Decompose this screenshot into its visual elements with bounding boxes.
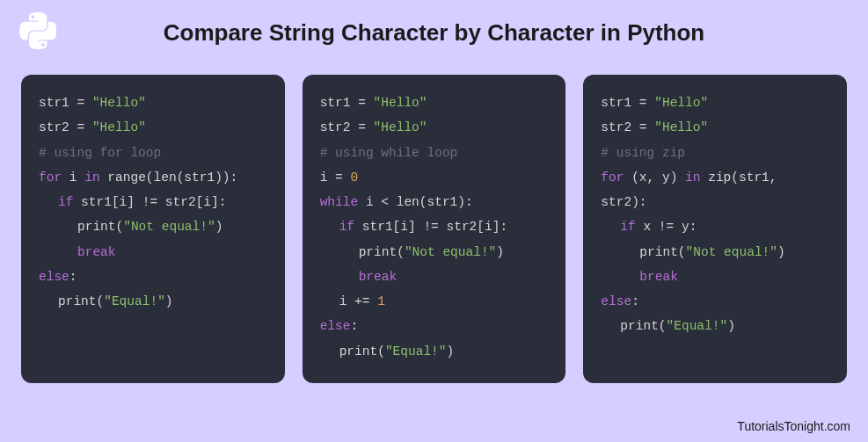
code-keyword: break: [359, 270, 398, 284]
code-text: ): [496, 245, 504, 259]
code-text: :: [69, 270, 77, 284]
code-text: str2 =: [39, 120, 92, 134]
code-text: print(: [639, 245, 685, 259]
code-keyword: else: [320, 319, 351, 333]
code-keyword: if: [339, 220, 354, 234]
python-logo-icon: [19, 12, 56, 53]
code-keyword: while: [320, 195, 359, 209]
code-string: "Equal!": [385, 344, 447, 359]
code-text: (x, y): [624, 170, 685, 185]
code-keyword: in: [685, 170, 700, 185]
code-text: print(: [359, 245, 405, 259]
code-keyword: if: [620, 220, 635, 234]
code-text: i: [62, 170, 84, 185]
code-text: str1 =: [320, 96, 374, 110]
code-comment: # using for loop: [39, 146, 161, 160]
code-number: 0: [350, 170, 358, 185]
code-text: print(: [58, 294, 104, 308]
code-text: range(len(str1)):: [100, 170, 238, 185]
code-string: "Hello": [92, 96, 146, 110]
code-string: "Hello": [654, 120, 708, 134]
code-keyword: for: [601, 170, 624, 185]
code-text: str1[i] != str2[i]:: [73, 195, 226, 209]
code-string: "Hello": [92, 120, 146, 134]
code-block-for-loop: str1 = "Hello" str2 = "Hello" # using fo…: [21, 75, 285, 383]
code-number: 1: [377, 294, 385, 308]
code-keyword: break: [77, 245, 116, 259]
code-string: "Equal!": [667, 319, 728, 333]
code-block-while-loop: str1 = "Hello" str2 = "Hello" # using wh…: [303, 75, 566, 383]
footer-attribution: TutorialsTonight.com: [737, 419, 850, 433]
code-string: "Equal!": [104, 294, 165, 308]
code-text: ): [447, 344, 455, 359]
code-text: i =: [320, 170, 351, 185]
code-string: "Not equal!": [686, 245, 777, 259]
code-text: print(: [620, 319, 666, 333]
code-text: str2 =: [320, 120, 374, 134]
code-text: :: [631, 294, 639, 308]
code-text: ): [215, 220, 223, 234]
code-text: str1[i] != str2[i]:: [354, 220, 507, 234]
page-title: Compare String Character by Character in…: [0, 0, 868, 47]
code-keyword: else: [601, 294, 631, 308]
code-string: "Hello": [374, 120, 427, 134]
code-text: str2):: [601, 195, 646, 209]
code-string: "Not equal!": [405, 245, 496, 259]
code-text: str1 =: [39, 96, 92, 110]
code-comment: # using zip: [601, 146, 685, 160]
code-text: print(: [77, 220, 123, 234]
code-text: str2 =: [601, 120, 654, 134]
code-text: str1 =: [601, 96, 654, 110]
code-keyword: if: [58, 195, 73, 209]
code-text: i +=: [339, 294, 378, 308]
code-text: i < len(str1):: [358, 195, 473, 209]
code-blocks-container: str1 = "Hello" str2 = "Hello" # using fo…: [0, 75, 868, 383]
code-string: "Hello": [654, 96, 708, 110]
code-text: :: [350, 319, 358, 333]
code-keyword: else: [39, 270, 69, 284]
code-keyword: for: [39, 170, 62, 185]
code-text: ): [165, 294, 173, 308]
code-string: "Not equal!": [123, 220, 215, 234]
code-string: "Hello": [374, 96, 427, 110]
code-comment: # using while loop: [320, 146, 458, 160]
code-text: zip(str1,: [700, 170, 777, 185]
code-keyword: in: [84, 170, 99, 185]
code-text: ): [777, 245, 785, 259]
code-keyword: break: [639, 270, 678, 284]
code-text: print(: [339, 344, 385, 359]
code-block-zip: str1 = "Hello" str2 = "Hello" # using zi…: [583, 75, 847, 383]
code-text: ): [727, 319, 735, 333]
code-text: x != y:: [636, 220, 697, 234]
